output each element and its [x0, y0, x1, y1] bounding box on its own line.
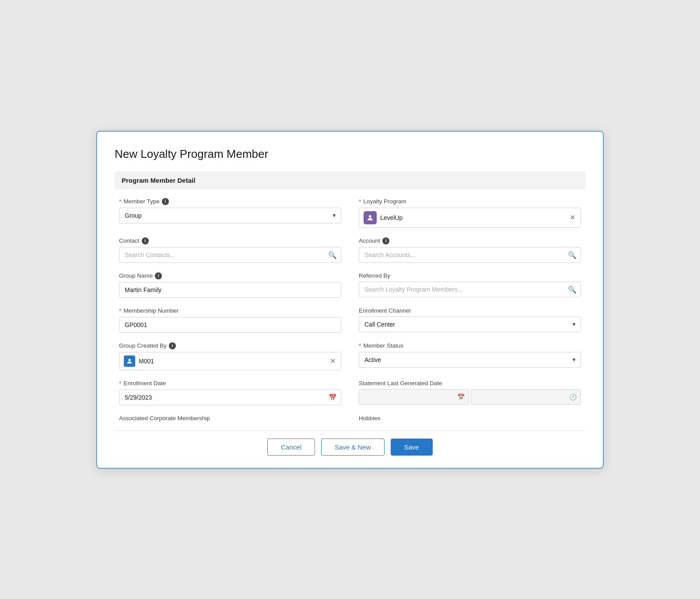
member-status-label: * Member Status	[359, 342, 581, 349]
contact-info-icon[interactable]: i	[142, 237, 149, 244]
account-info-icon[interactable]: i	[382, 237, 389, 244]
referred-by-group: Referred By 🔍	[359, 272, 581, 298]
membership-number-group: * Membership Number	[119, 307, 341, 333]
statement-date-row: 📅 🕐	[359, 389, 581, 405]
form-row-6: * Enrollment Date 📅 Statement Last Gener…	[119, 380, 581, 405]
footer-bar: Cancel Save & New Save	[115, 430, 585, 456]
loyalty-program-field: LevelUp ✕	[359, 208, 581, 228]
loyalty-program-group: * Loyalty Program LevelUp ✕	[359, 198, 581, 228]
save-new-button[interactable]: Save & New	[321, 439, 385, 456]
form-row-5: Group Created By i M001 ✕ *	[119, 342, 581, 370]
referred-by-label: Referred By	[359, 272, 581, 279]
enrollment-channel-group: Enrollment Channel Web Mobile App Call C…	[359, 307, 581, 333]
statement-date-part: 📅	[359, 389, 469, 405]
form-row-1: * Member Type i Individual Group Corpora…	[119, 198, 581, 228]
contact-label: Contact i	[119, 237, 341, 244]
loyalty-program-icon	[364, 211, 377, 224]
statement-date-input[interactable]	[359, 389, 469, 405]
member-type-select-wrapper: Individual Group Corporate ▼	[119, 208, 341, 223]
modal-title: New Loyalty Program Member	[115, 147, 585, 161]
statement-date-label: Statement Last Generated Date	[359, 380, 581, 387]
member-status-group: * Member Status Active Inactive Pending …	[359, 342, 581, 370]
new-loyalty-member-modal: New Loyalty Program Member Program Membe…	[96, 131, 604, 469]
contact-group: Contact i 🔍	[119, 237, 341, 263]
account-label: Account i	[359, 237, 581, 244]
group-created-by-label: Group Created By i	[119, 342, 341, 349]
associated-corporate-group: Associated Corporate Membership	[119, 415, 341, 421]
member-type-info-icon[interactable]: i	[162, 198, 169, 205]
group-created-by-group: Group Created By i M001 ✕	[119, 342, 341, 370]
cancel-button[interactable]: Cancel	[267, 439, 315, 456]
enrollment-date-wrapper: 📅	[119, 390, 341, 405]
enrollment-date-label: * Enrollment Date	[119, 380, 341, 387]
group-name-input[interactable]	[119, 282, 341, 298]
group-created-by-info-icon[interactable]: i	[169, 342, 176, 349]
save-button[interactable]: Save	[391, 439, 433, 456]
enrollment-date-input[interactable]	[119, 390, 341, 405]
referred-by-input-wrapper: 🔍	[359, 282, 581, 297]
account-input[interactable]	[359, 247, 581, 263]
form-body: * Member Type i Individual Group Corpora…	[115, 189, 585, 426]
hobbies-group: Hobbies	[359, 415, 581, 421]
enrollment-channel-select-wrapper: Web Mobile App Call Center In-Store ▼	[359, 317, 581, 332]
member-type-select[interactable]: Individual Group Corporate	[119, 208, 341, 223]
member-type-label: * Member Type i	[119, 198, 341, 205]
statement-time-input[interactable]	[471, 389, 581, 405]
enrollment-date-required-star: *	[119, 380, 121, 387]
group-name-label: Group Name i	[119, 272, 341, 279]
form-row-4: * Membership Number Enrollment Channel W…	[119, 307, 581, 333]
membership-required-star: *	[119, 307, 121, 314]
loyalty-program-clear-button[interactable]: ✕	[569, 214, 576, 221]
form-row-3: Group Name i Referred By 🔍	[119, 272, 581, 298]
group-created-by-clear-button[interactable]: ✕	[329, 358, 336, 365]
associated-corporate-label: Associated Corporate Membership	[119, 415, 341, 421]
group-name-group: Group Name i	[119, 272, 341, 298]
enrollment-date-group: * Enrollment Date 📅	[119, 380, 341, 405]
enrollment-channel-select[interactable]: Web Mobile App Call Center In-Store	[359, 317, 581, 332]
member-status-select-wrapper: Active Inactive Pending ▼	[359, 352, 581, 368]
loyalty-required-star: *	[359, 198, 361, 205]
form-row-7: Associated Corporate Membership Hobbies	[119, 415, 581, 421]
svg-point-1	[128, 359, 130, 361]
contact-input[interactable]	[119, 247, 341, 263]
contact-input-wrapper: 🔍	[119, 247, 341, 263]
section-header: Program Member Detail	[115, 171, 585, 189]
referred-by-input[interactable]	[359, 282, 581, 297]
group-name-info-icon[interactable]: i	[155, 272, 162, 279]
loyalty-program-label: * Loyalty Program	[359, 198, 581, 205]
member-status-required-star: *	[359, 342, 361, 349]
group-created-by-avatar	[124, 355, 135, 367]
required-star: *	[119, 198, 121, 205]
account-input-wrapper: 🔍	[359, 247, 581, 263]
membership-number-label: * Membership Number	[119, 307, 341, 314]
membership-number-input[interactable]	[119, 317, 341, 333]
enrollment-channel-label: Enrollment Channel	[359, 307, 581, 314]
statement-time-part: 🕐	[471, 389, 581, 405]
loyalty-program-value: LevelUp	[380, 214, 565, 221]
account-group: Account i 🔍	[359, 237, 581, 263]
svg-point-0	[369, 215, 371, 218]
group-created-by-value: M001	[139, 358, 326, 365]
member-type-group: * Member Type i Individual Group Corpora…	[119, 198, 341, 228]
group-created-by-field: M001 ✕	[119, 352, 341, 370]
statement-date-group: Statement Last Generated Date 📅 🕐	[359, 380, 581, 405]
form-row-2: Contact i 🔍 Account i 🔍	[119, 237, 581, 263]
member-status-select[interactable]: Active Inactive Pending	[359, 352, 581, 368]
hobbies-label: Hobbies	[359, 415, 581, 421]
